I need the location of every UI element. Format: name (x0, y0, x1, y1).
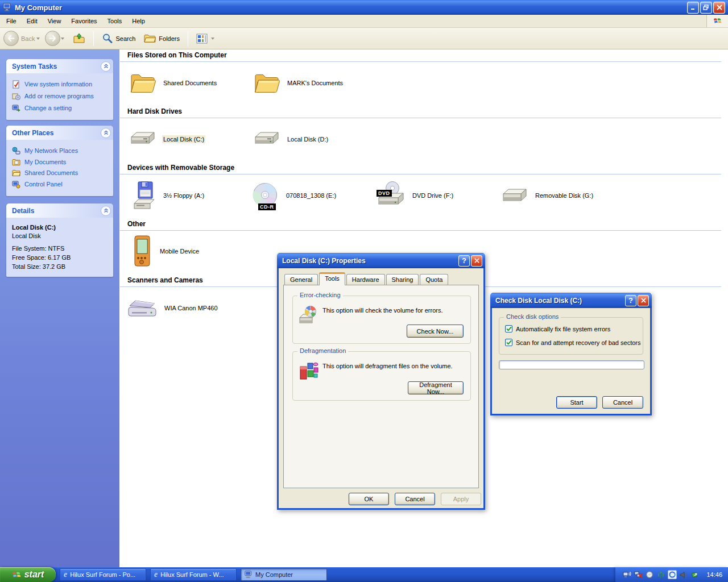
tab-tools[interactable]: Tools (319, 272, 345, 285)
tab-hardware[interactable]: Hardware (346, 274, 385, 285)
forward-dropdown-icon[interactable] (61, 38, 64, 40)
minimize-button[interactable] (687, 2, 699, 14)
details-title: Details (12, 207, 34, 215)
item-shared-documents[interactable]: Shared Documents (130, 67, 218, 99)
collapse-chevron-icon[interactable] (101, 206, 111, 216)
item-floppy-a[interactable]: 3½ Floppy (A:) (133, 180, 205, 211)
safely-remove-icon[interactable] (690, 570, 700, 579)
item-cd-e[interactable]: CD-R 070818_1308 (E:) (251, 180, 337, 211)
item-removable-disk-g[interactable]: Removable Disk (G:) (502, 180, 594, 211)
other-places-header[interactable]: Other Places (6, 126, 113, 140)
help-button[interactable]: ? (625, 295, 636, 306)
start-button[interactable]: Start (556, 396, 597, 409)
wireless-signal-icon[interactable] (656, 570, 665, 579)
menu-edit[interactable]: Edit (22, 15, 43, 27)
cancel-button[interactable]: Cancel (395, 493, 435, 505)
details-header[interactable]: Details (6, 203, 113, 218)
error-checking-group: Error-checking This option will che (292, 296, 471, 344)
help-button[interactable]: ? (458, 255, 470, 267)
menu-file[interactable]: File (1, 15, 22, 27)
back-label: Back (21, 35, 35, 42)
search-icon (102, 33, 113, 44)
menu-help[interactable]: Help (127, 15, 150, 27)
error-checking-caption: Error-checking (297, 292, 343, 298)
collapse-chevron-icon[interactable] (101, 61, 111, 72)
tab-sharing[interactable]: Sharing (386, 274, 419, 285)
volume-icon[interactable] (679, 570, 688, 579)
views-dropdown-icon[interactable] (211, 38, 214, 40)
search-button[interactable]: Search (98, 31, 139, 45)
sidebar-item-change-a-setting[interactable]: Change a setting (12, 102, 110, 114)
update-icon[interactable] (645, 570, 654, 579)
item-dvd-drive-f[interactable]: DVD DVD Drive (F:) (377, 180, 454, 211)
apply-button: Apply (441, 493, 481, 505)
views-button[interactable] (193, 32, 221, 45)
messenger-icon[interactable] (668, 570, 677, 579)
system-tasks-header[interactable]: System Tasks (6, 59, 113, 73)
section-drives-header: Hard Disk Drives (127, 107, 182, 115)
start-button[interactable]: start (0, 567, 56, 582)
sidebar-item-my-documents[interactable]: My Documents (12, 157, 110, 168)
my-computer-icon (3, 3, 12, 12)
error-checking-text: This option will check the volume for er… (322, 306, 448, 314)
tools-tab-page: Error-checking This option will che (283, 285, 479, 488)
properties-dialog-title: Local Disk (C:) Properties (282, 257, 366, 265)
item-wia-canon[interactable]: WIA Canon MP460 (127, 292, 219, 324)
folders-button[interactable]: Folders (140, 32, 183, 45)
folder-icon (130, 71, 156, 95)
taskbar-task-2[interactable]: e Hilux Surf Forum - W... (150, 568, 237, 581)
sidebar-item-shared-documents[interactable]: Shared Documents (12, 168, 110, 178)
properties-dialog: Local Disk (C:) Properties ? General Too… (277, 253, 485, 510)
option-scan-sectors[interactable]: Scan for and attempt recovery of bad sec… (505, 339, 641, 346)
item-local-disk-c[interactable]: Local Disk (C:) (130, 126, 205, 152)
back-button[interactable]: Back (3, 31, 43, 46)
details-total-size: Total Size: 37.2 GB (12, 262, 110, 271)
checkbox-checked-icon[interactable] (505, 325, 512, 332)
pda-icon (132, 235, 152, 268)
section-other-header: Other (127, 220, 146, 228)
item-local-disk-d[interactable]: Local Disk (D:) (254, 126, 329, 152)
up-button[interactable] (69, 31, 89, 47)
sidebar-item-my-network-places[interactable]: My Network Places (12, 145, 110, 157)
cancel-button[interactable]: Cancel (602, 396, 643, 409)
floppy-drive-icon (133, 181, 156, 210)
close-button[interactable] (471, 255, 482, 267)
sidebar-item-control-panel[interactable]: Control Panel (12, 178, 110, 190)
section-scanners-header: Scanners and Cameras (127, 276, 203, 284)
hard-drive-icon (254, 131, 280, 148)
menu-favorites[interactable]: Favorites (66, 15, 102, 27)
system-info-icon (12, 80, 20, 89)
ok-button[interactable]: OK (349, 493, 389, 505)
check-now-button[interactable]: Check Now... (407, 325, 464, 338)
collapse-chevron-icon[interactable] (101, 128, 111, 138)
tab-general[interactable]: General (284, 274, 318, 285)
defragmentation-group: Defragmentation This option will defragm… (292, 351, 471, 401)
sidebar-item-view-system-information[interactable]: View system information (12, 78, 110, 90)
search-label: Search (115, 35, 135, 42)
toolbar-separator (188, 31, 188, 46)
forward-button[interactable] (45, 31, 68, 46)
menu-view[interactable]: View (43, 15, 67, 27)
checkdisk-options-caption: Check disk options (504, 313, 561, 320)
toolbar: Back Search Folders (0, 28, 728, 49)
menu-bar: File Edit View Favorites Tools Help (0, 15, 728, 28)
back-dropdown-icon[interactable] (36, 38, 40, 40)
menu-tools[interactable]: Tools (102, 15, 127, 27)
network-disconnected-icon[interactable] (634, 570, 643, 579)
taskbar-task-my-computer[interactable]: My Computer (241, 568, 327, 581)
item-marks-documents[interactable]: MARK's Documents (254, 67, 344, 99)
option-fix-errors[interactable]: Automatically fix file system errors (505, 325, 610, 332)
progress-bar (499, 360, 644, 369)
restore-button[interactable] (700, 2, 712, 14)
tab-quota[interactable]: Quota (420, 274, 448, 285)
close-button[interactable] (713, 2, 725, 14)
close-button[interactable] (638, 295, 649, 306)
checkbox-checked-icon[interactable] (505, 339, 512, 346)
defragment-now-button[interactable]: Defragment Now... (408, 381, 464, 394)
wireless-network-icon[interactable] (622, 570, 631, 579)
taskbar-task-1[interactable]: e Hilux Surf Forum - Po... (60, 568, 146, 581)
item-mobile-device[interactable]: Mobile Device (132, 234, 200, 268)
system-tasks-panel: System Tasks View system information (6, 59, 113, 120)
sidebar-item-add-remove-programs[interactable]: Add or remove programs (12, 90, 110, 102)
window-titlebar: My Computer (0, 0, 728, 15)
